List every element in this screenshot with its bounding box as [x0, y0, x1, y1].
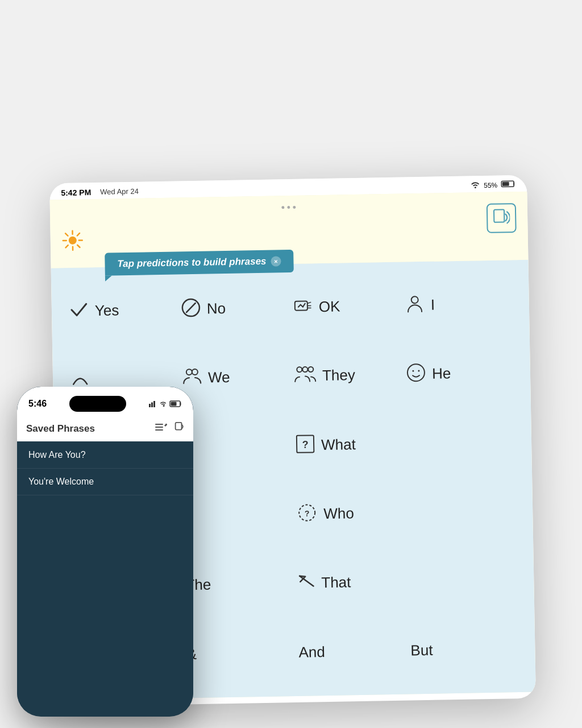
we-person-icon [182, 366, 203, 390]
yes-label: Yes [95, 301, 119, 320]
svg-text:?: ? [302, 439, 308, 450]
grid-item-and[interactable]: And [298, 642, 406, 661]
they-icon [294, 365, 317, 388]
arrow-icon [297, 574, 316, 593]
what-icon: ? [295, 433, 316, 457]
no-label: No [207, 300, 226, 318]
battery-icon [501, 180, 516, 189]
banner-close-button[interactable]: × [271, 256, 281, 266]
svg-line-10 [65, 245, 68, 247]
ok-label: OK [319, 298, 340, 316]
svg-rect-32 [149, 404, 151, 407]
grid-item-but[interactable]: But [410, 640, 518, 659]
phone-header-icons [155, 421, 184, 436]
phone-speaker-icon[interactable] [174, 421, 184, 436]
phone-phrase-list: How Are You? You're Welcome [17, 441, 193, 712]
no-icon [181, 297, 202, 321]
phone-status-icons [149, 400, 182, 407]
he-label: He [432, 365, 451, 383]
who-icon: ? [296, 502, 318, 527]
grid-item-what[interactable]: ? What [295, 432, 403, 457]
svg-point-23 [418, 370, 419, 372]
phone-wifi-icon [159, 401, 167, 407]
grid-item-we[interactable]: We [182, 365, 290, 390]
i-label: I [431, 296, 435, 314]
svg-rect-36 [171, 402, 177, 406]
phone-battery-icon [169, 400, 182, 407]
who-label: Who [323, 504, 354, 523]
grid-item-ampersand[interactable]: & [186, 644, 294, 663]
check-icon [69, 299, 90, 323]
svg-line-7 [65, 233, 68, 235]
phone-status-bar: 5:46 [17, 387, 193, 418]
loading-icon [61, 229, 84, 255]
svg-point-19 [302, 367, 307, 373]
svg-point-22 [412, 370, 414, 372]
svg-text:?: ? [305, 509, 310, 518]
svg-point-2 [69, 236, 77, 244]
svg-point-15 [411, 296, 418, 303]
and-label: And [298, 643, 325, 661]
saved-phrases-title: Saved Phrases [26, 423, 95, 435]
svg-point-18 [297, 367, 302, 373]
svg-point-16 [186, 370, 192, 375]
grid-item-that[interactable]: That [297, 572, 405, 593]
grid-item-i[interactable]: I [405, 292, 513, 317]
svg-line-8 [77, 245, 80, 247]
tablet-time: 5:42 PM [61, 188, 91, 197]
svg-line-13 [186, 303, 196, 312]
phone-dynamic-island [69, 396, 126, 412]
svg-point-17 [192, 369, 198, 375]
phrase-item-2[interactable]: You're Welcome [17, 469, 193, 495]
prediction-banner: Tap predictions to build phrases × [105, 250, 294, 276]
signal-bars-icon [149, 400, 157, 407]
they-label: They [322, 367, 355, 385]
grid-item-who[interactable]: ? Who [296, 500, 404, 527]
svg-rect-11 [494, 209, 504, 222]
grid-item-yes[interactable]: Yes [69, 298, 177, 323]
ok-icon [293, 295, 314, 319]
grid-item-no[interactable]: No [181, 296, 289, 321]
phone-device: 5:46 Saved Phrases [17, 387, 193, 717]
that-label: That [321, 574, 351, 592]
person-icon [405, 293, 426, 317]
banner-text: Tap predictions to build phrases [117, 256, 266, 270]
what-label: What [321, 436, 356, 454]
svg-rect-33 [151, 402, 153, 407]
smiley-icon [406, 362, 427, 386]
grid-item-ok[interactable]: OK [293, 294, 401, 319]
grid-item-he[interactable]: He [406, 361, 514, 386]
phone-time: 5:46 [28, 399, 47, 409]
tablet-date: Wed Apr 24 [100, 187, 139, 196]
we-label: We [208, 369, 230, 387]
phone-header: Saved Phrases [17, 418, 193, 441]
svg-line-9 [77, 233, 80, 235]
grid-item-they[interactable]: They [294, 363, 402, 388]
wifi-icon [470, 180, 480, 190]
speaker-icon-tablet[interactable] [487, 203, 517, 233]
svg-rect-34 [153, 401, 155, 407]
svg-point-21 [408, 364, 425, 382]
phrase-item-1[interactable]: How Are You? [17, 441, 193, 469]
but-label: But [410, 642, 433, 660]
svg-point-20 [308, 367, 313, 372]
svg-rect-41 [176, 423, 182, 430]
svg-rect-1 [502, 182, 509, 186]
three-dots [281, 206, 296, 209]
list-edit-icon[interactable] [155, 421, 167, 436]
battery-percentage: 55% [484, 181, 497, 189]
